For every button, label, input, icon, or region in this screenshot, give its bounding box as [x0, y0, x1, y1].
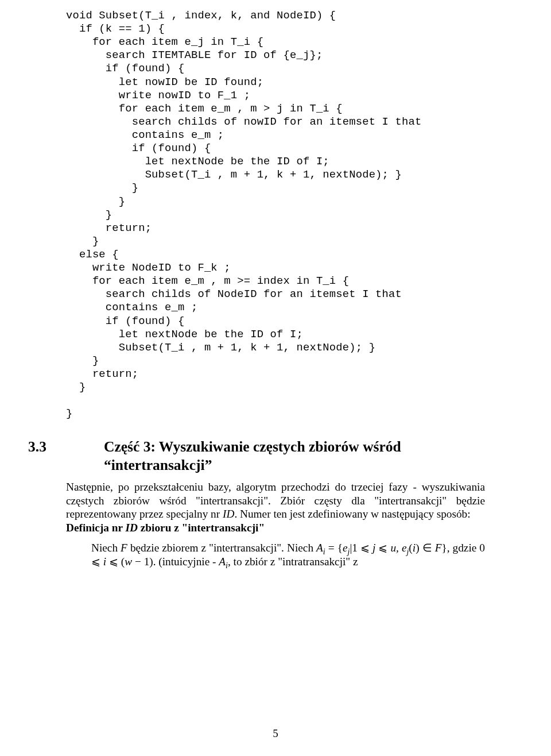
- q-tail: , to zbiór z "intratransakcji" z: [228, 556, 358, 568]
- section-number: 3.3: [66, 438, 104, 456]
- p1-id: ID: [223, 508, 234, 520]
- defn-b: zbioru z "intertransakcji": [138, 522, 265, 534]
- q-eq: = {: [325, 542, 343, 554]
- page: void Subset(T_i , index, k, and NodeID) …: [0, 0, 551, 756]
- definition-label: Definicja nr ID zbioru z "intertransakcj…: [66, 522, 265, 534]
- q-leu: ⩽: [375, 542, 390, 554]
- q-m1: − 1). (intuicyjnie -: [132, 556, 219, 568]
- pseudocode-block: void Subset(T_i , index, k, and NodeID) …: [66, 9, 485, 421]
- section-title-text: Część 3: Wyszukiwanie częstych zbiorów w…: [104, 438, 401, 473]
- defn-a: Definicja nr: [66, 522, 126, 534]
- page-number: 5: [0, 727, 551, 740]
- section-heading: 3.3Część 3: Wyszukiwanie częstych zbioró…: [66, 438, 485, 475]
- q-lew: ⩽ (: [106, 556, 125, 568]
- q-Ai2: A: [219, 556, 226, 568]
- p1-b: . Numer ten jest zdefiniowany w następuj…: [234, 508, 470, 520]
- q-F2: F: [435, 542, 442, 554]
- q-F: F: [121, 542, 127, 554]
- q-Ai: A: [316, 542, 323, 554]
- q-w: w: [125, 556, 132, 568]
- defn-id: ID: [126, 522, 138, 534]
- q-b: będzie zbiorem z "intertransakcji". Niec…: [127, 542, 316, 554]
- definition-body: Niech F będzie zbiorem z "intertransakcj…: [91, 541, 485, 568]
- body-text: Następnie, po przekształceniu bazy, algo…: [66, 480, 485, 568]
- q-close: ) ∈: [416, 542, 435, 554]
- q-u: u, e: [390, 542, 406, 554]
- paragraph-1: Następnie, po przekształceniu bazy, algo…: [66, 480, 485, 534]
- q-a: Niech: [91, 542, 121, 554]
- q-bar: |1 ⩽: [350, 542, 372, 554]
- q-ej: e: [343, 542, 348, 554]
